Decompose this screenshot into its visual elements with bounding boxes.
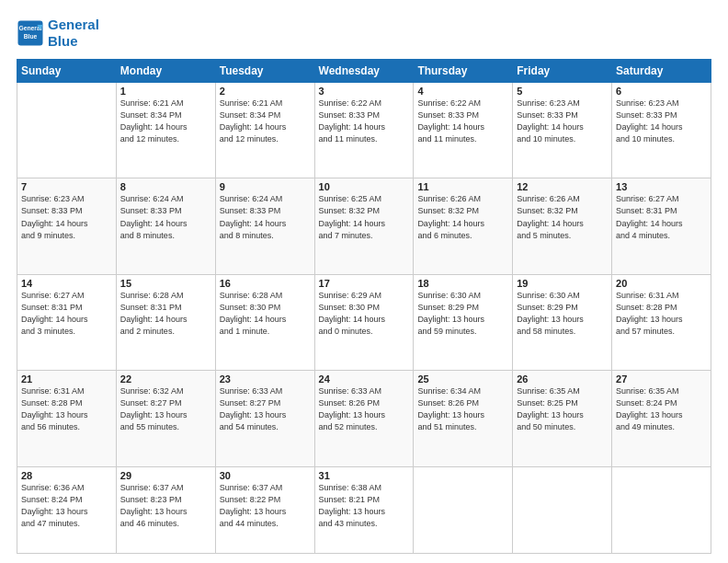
day-info: Sunrise: 6:35 AM Sunset: 8:25 PM Dayligh… [517,385,608,433]
header: General Blue GeneralBlue [17,17,711,50]
calendar-cell: 11Sunrise: 6:26 AM Sunset: 8:32 PM Dayli… [414,178,513,274]
day-number: 2 [220,86,311,97]
calendar-cell [612,466,711,553]
day-info: Sunrise: 6:32 AM Sunset: 8:27 PM Dayligh… [120,385,211,433]
day-number: 1 [120,86,211,97]
calendar-cell: 24Sunrise: 6:33 AM Sunset: 8:26 PM Dayli… [314,371,414,466]
calendar-cell: 12Sunrise: 6:26 AM Sunset: 8:32 PM Dayli… [513,178,612,274]
day-number: 14 [21,278,112,289]
calendar-cell: 30Sunrise: 6:37 AM Sunset: 8:22 PM Dayli… [215,466,314,553]
calendar-header-saturday: Saturday [612,60,711,83]
day-number: 27 [616,373,707,385]
day-info: Sunrise: 6:21 AM Sunset: 8:34 PM Dayligh… [120,98,211,145]
day-number: 22 [120,373,211,385]
calendar-cell: 19Sunrise: 6:30 AM Sunset: 8:29 PM Dayli… [513,274,612,370]
calendar-cell: 13Sunrise: 6:27 AM Sunset: 8:31 PM Dayli… [612,178,711,274]
day-info: Sunrise: 6:29 AM Sunset: 8:30 PM Dayligh… [319,290,410,338]
day-info: Sunrise: 6:28 AM Sunset: 8:31 PM Dayligh… [120,290,211,338]
calendar-cell: 17Sunrise: 6:29 AM Sunset: 8:30 PM Dayli… [314,274,414,370]
calendar-header-friday: Friday [513,60,612,83]
day-number: 26 [517,373,608,385]
calendar-header-sunday: Sunday [17,60,117,83]
day-info: Sunrise: 6:22 AM Sunset: 8:33 PM Dayligh… [417,98,508,145]
calendar-cell [17,83,117,178]
day-info: Sunrise: 6:37 AM Sunset: 8:23 PM Dayligh… [120,482,211,530]
calendar-cell: 7Sunrise: 6:23 AM Sunset: 8:33 PM Daylig… [17,178,117,274]
day-number: 13 [616,181,707,192]
day-number: 16 [220,278,311,289]
day-info: Sunrise: 6:35 AM Sunset: 8:24 PM Dayligh… [616,385,707,433]
calendar-cell [414,466,513,553]
day-number: 5 [517,86,608,97]
calendar-table: SundayMondayTuesdayWednesdayThursdayFrid… [17,59,711,554]
day-info: Sunrise: 6:30 AM Sunset: 8:29 PM Dayligh… [517,290,608,338]
day-number: 19 [517,278,608,289]
day-number: 31 [319,470,410,481]
calendar-cell: 10Sunrise: 6:25 AM Sunset: 8:32 PM Dayli… [314,178,414,274]
calendar-cell: 16Sunrise: 6:28 AM Sunset: 8:30 PM Dayli… [215,274,314,370]
day-number: 6 [616,86,707,97]
logo-icon: General Blue [17,19,44,47]
calendar-cell: 26Sunrise: 6:35 AM Sunset: 8:25 PM Dayli… [513,371,612,466]
day-number: 24 [319,373,410,385]
day-info: Sunrise: 6:34 AM Sunset: 8:26 PM Dayligh… [417,385,508,433]
day-number: 7 [21,181,112,192]
day-number: 21 [21,373,112,385]
calendar-cell: 9Sunrise: 6:24 AM Sunset: 8:33 PM Daylig… [215,178,314,274]
day-number: 11 [417,181,508,192]
day-number: 10 [319,181,410,192]
page: General Blue GeneralBlue SundayMondayTue… [0,0,728,563]
calendar-cell: 6Sunrise: 6:23 AM Sunset: 8:33 PM Daylig… [612,83,711,178]
calendar-cell: 20Sunrise: 6:31 AM Sunset: 8:28 PM Dayli… [612,274,711,370]
day-info: Sunrise: 6:38 AM Sunset: 8:21 PM Dayligh… [319,482,410,530]
day-info: Sunrise: 6:24 AM Sunset: 8:33 PM Dayligh… [220,193,311,241]
day-info: Sunrise: 6:26 AM Sunset: 8:32 PM Dayligh… [517,193,608,241]
day-number: 17 [319,278,410,289]
day-info: Sunrise: 6:31 AM Sunset: 8:28 PM Dayligh… [616,290,707,338]
day-info: Sunrise: 6:30 AM Sunset: 8:29 PM Dayligh… [417,290,508,338]
day-info: Sunrise: 6:23 AM Sunset: 8:33 PM Dayligh… [21,193,112,241]
calendar-header-monday: Monday [116,60,215,83]
calendar-cell: 3Sunrise: 6:22 AM Sunset: 8:33 PM Daylig… [314,83,414,178]
calendar-cell: 22Sunrise: 6:32 AM Sunset: 8:27 PM Dayli… [116,371,215,466]
day-number: 12 [517,181,608,192]
svg-text:Blue: Blue [24,33,38,40]
logo-text: GeneralBlue [48,17,99,50]
calendar-cell: 14Sunrise: 6:27 AM Sunset: 8:31 PM Dayli… [17,274,117,370]
day-info: Sunrise: 6:24 AM Sunset: 8:33 PM Dayligh… [120,193,211,241]
calendar-cell: 27Sunrise: 6:35 AM Sunset: 8:24 PM Dayli… [612,371,711,466]
calendar-cell: 31Sunrise: 6:38 AM Sunset: 8:21 PM Dayli… [314,466,414,553]
day-info: Sunrise: 6:27 AM Sunset: 8:31 PM Dayligh… [21,290,112,338]
day-info: Sunrise: 6:23 AM Sunset: 8:33 PM Dayligh… [517,98,608,145]
day-number: 15 [120,278,211,289]
calendar-header-tuesday: Tuesday [215,60,314,83]
calendar-cell: 29Sunrise: 6:37 AM Sunset: 8:23 PM Dayli… [116,466,215,553]
day-number: 18 [417,278,508,289]
day-number: 23 [220,373,311,385]
calendar-header-wednesday: Wednesday [314,60,414,83]
day-info: Sunrise: 6:31 AM Sunset: 8:28 PM Dayligh… [21,385,112,433]
day-number: 4 [417,86,508,97]
day-number: 30 [220,470,311,481]
day-info: Sunrise: 6:37 AM Sunset: 8:22 PM Dayligh… [220,482,311,530]
day-info: Sunrise: 6:28 AM Sunset: 8:30 PM Dayligh… [220,290,311,338]
day-number: 8 [120,181,211,192]
calendar-cell: 4Sunrise: 6:22 AM Sunset: 8:33 PM Daylig… [414,83,513,178]
day-info: Sunrise: 6:27 AM Sunset: 8:31 PM Dayligh… [616,193,707,241]
day-info: Sunrise: 6:36 AM Sunset: 8:24 PM Dayligh… [21,482,112,530]
day-number: 9 [220,181,311,192]
calendar-cell: 5Sunrise: 6:23 AM Sunset: 8:33 PM Daylig… [513,83,612,178]
calendar-cell: 18Sunrise: 6:30 AM Sunset: 8:29 PM Dayli… [414,274,513,370]
calendar-cell: 2Sunrise: 6:21 AM Sunset: 8:34 PM Daylig… [215,83,314,178]
day-number: 3 [319,86,410,97]
calendar-cell: 23Sunrise: 6:33 AM Sunset: 8:27 PM Dayli… [215,371,314,466]
day-info: Sunrise: 6:26 AM Sunset: 8:32 PM Dayligh… [417,193,508,241]
day-number: 25 [417,373,508,385]
day-info: Sunrise: 6:33 AM Sunset: 8:26 PM Dayligh… [319,385,410,433]
day-number: 29 [120,470,211,481]
day-info: Sunrise: 6:33 AM Sunset: 8:27 PM Dayligh… [220,385,311,433]
day-info: Sunrise: 6:25 AM Sunset: 8:32 PM Dayligh… [319,193,410,241]
calendar-cell: 21Sunrise: 6:31 AM Sunset: 8:28 PM Dayli… [17,371,117,466]
calendar-header-thursday: Thursday [414,60,513,83]
day-info: Sunrise: 6:22 AM Sunset: 8:33 PM Dayligh… [319,98,410,145]
